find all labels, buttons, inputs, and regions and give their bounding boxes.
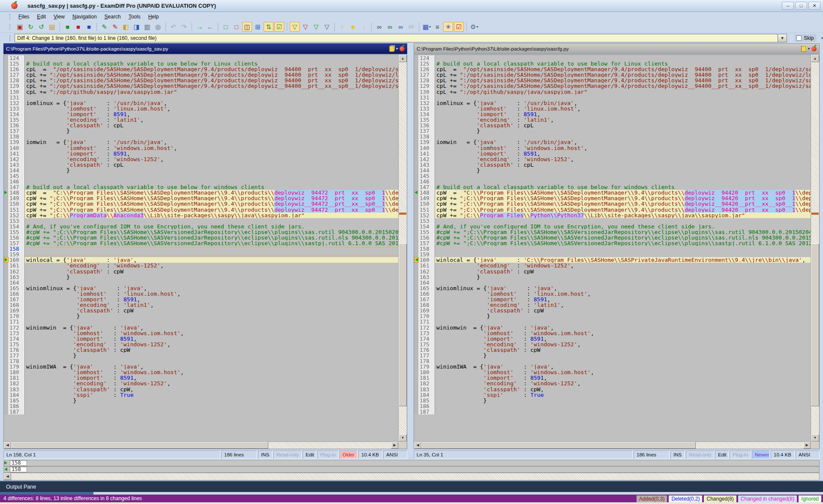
code-line-163[interactable]: 163 } xyxy=(414,274,811,280)
code-line-158[interactable]: 158 xyxy=(4,246,398,252)
code-line-163[interactable]: 163 } xyxy=(4,274,398,280)
code-line-172[interactable]: 172winiomwin = {'java' : 'java', xyxy=(414,325,811,330)
print-preview-icon[interactable]: ◎ xyxy=(153,22,163,32)
code-line-173[interactable]: 173 'iomhost' : 'windows.iom.host', xyxy=(414,330,811,336)
options-gear-icon[interactable]: ⚙▾ xyxy=(469,22,479,32)
code-line-149[interactable]: 149cpW += ";C:\\Program Files\\SASHome\\… xyxy=(4,195,398,201)
scroll-right-icon[interactable]: ▶ xyxy=(803,442,811,449)
code-line-164[interactable]: 164 xyxy=(4,280,398,285)
code-line-146[interactable]: 146 xyxy=(414,179,811,184)
code-line-170[interactable]: 170 } xyxy=(414,313,811,319)
code-line-129[interactable]: 129cpL += ":/opt/sasinside/SASHome/SASDe… xyxy=(414,83,811,89)
edit-second-icon[interactable]: ✎ xyxy=(110,22,120,32)
code-line-133[interactable]: 133 'iomhost' : 'linux.iom.host', xyxy=(4,106,398,111)
vertical-scrollbar[interactable]: ▲ ▼ xyxy=(811,55,819,441)
print-icon[interactable]: ▥ xyxy=(142,22,152,32)
sync-views-icon[interactable]: ✳ xyxy=(443,22,453,32)
code-line-147[interactable]: 147# build out a local classpath variabl… xyxy=(4,184,398,190)
code-line-165[interactable]: 165winiomlinux = {'java' : 'java', xyxy=(414,285,811,291)
code-line-172[interactable]: 172winiomwin = {'java' : 'java', xyxy=(4,325,398,330)
menu-view[interactable]: View xyxy=(50,13,69,21)
show-diffs-only-icon[interactable]: ☑ xyxy=(274,22,284,32)
code-line-168[interactable]: 168 'encoding' : 'latin1', xyxy=(414,302,811,308)
vertical-scroll-thumb[interactable] xyxy=(811,243,819,406)
code-line-183[interactable]: 183 'classpath' : cpW, xyxy=(414,387,811,392)
code-line-145[interactable]: 145 xyxy=(4,173,398,179)
code-line-155[interactable]: 155#cpW += ";C:\\Program Files\\SASHome\… xyxy=(414,229,811,235)
menu-navigation[interactable]: Navigation xyxy=(69,13,101,21)
save-first-icon[interactable]: ■ xyxy=(63,22,72,32)
code-line-169[interactable]: 169 'classpath' : cpW xyxy=(4,308,398,313)
code-line-171[interactable]: 171 xyxy=(4,319,398,324)
code-line-142[interactable]: 142 'encoding' : 'windows-1252', xyxy=(4,156,398,162)
code-line-181[interactable]: 181 'iomport' : 8591, xyxy=(414,375,811,381)
save-second-icon[interactable]: ■ xyxy=(73,22,83,32)
code-line-154[interactable]: 154# And, if you've configured IOM to us… xyxy=(4,224,398,229)
code-line-140[interactable]: 140 'iomhost' : 'windows.iom.host', xyxy=(414,145,811,151)
code-line-137[interactable]: 137 } xyxy=(4,128,398,134)
code-line-127[interactable]: 127cpL += ":/opt/sasinside/SASHome/SASDe… xyxy=(414,72,811,78)
code-line-130[interactable]: 130cpL += ":/opt/github/saspy/java/saspy… xyxy=(4,89,398,95)
split-view-icon[interactable]: ◫ xyxy=(242,22,252,32)
code-line-152[interactable]: 152cpW += ";C:\\Program Files\\Python\\P… xyxy=(414,213,811,218)
second-file-header[interactable]: C:\Program Files\Python\Python37\Lib\sit… xyxy=(414,43,820,54)
output-pane-header[interactable]: Output Pane xyxy=(0,480,823,492)
scroll-up-icon[interactable]: ▲ xyxy=(811,55,819,62)
code-line-159[interactable]: 159 xyxy=(4,252,398,257)
code-line-133[interactable]: 133 'iomhost' : 'linux.iom.host', xyxy=(414,106,811,111)
horizontal-scroll-thumb[interactable] xyxy=(11,442,268,449)
toolbar-overflow-icon[interactable]: ▾ xyxy=(821,36,823,40)
code-line-150[interactable]: 150cpW += ";C:\\Program Files\\SASHome\\… xyxy=(414,201,811,207)
code-line-130[interactable]: 130cpL += ":/opt/github/saspy/java/saspy… xyxy=(414,89,811,95)
code-line-186[interactable]: 186 xyxy=(414,403,811,409)
code-line-181[interactable]: 181 'iomport' : 8591, xyxy=(4,375,398,381)
code-line-184[interactable]: 184 'sspi' : True xyxy=(4,392,398,398)
code-line-134[interactable]: 134 'iomport' : 8591, xyxy=(414,111,811,117)
code-line-128[interactable]: 128cpL += ":/opt/sasinside/SASHome/SASDe… xyxy=(4,78,398,83)
code-line-135[interactable]: 135 'encoding' : 'latin1', xyxy=(414,117,811,123)
code-line-169[interactable]: 169 'classpath' : cpW xyxy=(414,308,811,313)
scroll-left-icon[interactable]: ◀ xyxy=(414,442,421,449)
first-file-code[interactable]: 124125# build out a local classpath vari… xyxy=(4,55,398,415)
code-line-126[interactable]: 126cpL = "/opt/sasinside/SASHome/SASDepl… xyxy=(4,66,398,72)
code-line-141[interactable]: 141 'iomport' : 8591, xyxy=(414,151,811,156)
code-line-136[interactable]: 136 'classpath' : cpL xyxy=(4,123,398,128)
code-line-187[interactable]: 187 xyxy=(4,409,398,414)
current-diff-icon[interactable]: ■ xyxy=(348,22,358,32)
copy-block-right-icon[interactable]: ◨ xyxy=(132,22,141,32)
first-file-header[interactable]: C:\Program Files\Python\Python37\Lib\sit… xyxy=(3,43,407,54)
code-line-139[interactable]: 139iomwin = {'java' : '/usr/bin/java', xyxy=(414,139,811,145)
code-line-135[interactable]: 135 'encoding' : 'latin1', xyxy=(4,117,398,123)
code-line-144[interactable]: 144 } xyxy=(414,168,811,173)
diff-options-icon[interactable]: ▦▾ xyxy=(422,22,432,32)
code-line-175[interactable]: 175 'encoding' : 'windows-1252', xyxy=(414,342,811,347)
code-line-138[interactable]: 138 xyxy=(414,134,811,139)
code-line-180[interactable]: 180 'iomhost' : 'windows.iom.host', xyxy=(4,369,398,375)
first-file-pane[interactable]: 124125# build out a local classpath vari… xyxy=(3,54,407,449)
header-dropdown-icon[interactable]: ▾ xyxy=(396,47,398,51)
show-first-only-icon[interactable]: □ xyxy=(221,22,231,32)
code-line-161[interactable]: 161 'encoding' : 'windows-1252', xyxy=(4,263,398,268)
code-line-160[interactable]: 160winlocal = {'java' : 'java', xyxy=(4,257,398,263)
vertical-scrollbar[interactable]: ▲ ▼ xyxy=(398,55,407,441)
scroll-up-icon[interactable]: ▲ xyxy=(399,55,407,62)
code-line-167[interactable]: 167 'iomport' : 8591, xyxy=(414,297,811,302)
prev-change-icon[interactable]: ← xyxy=(205,22,215,32)
code-line-134[interactable]: 134 'iomport' : 8591, xyxy=(4,111,398,117)
find-prev-icon[interactable]: ∞ xyxy=(396,22,405,32)
code-line-127[interactable]: 127cpL += ":/opt/sasinside/SASHome/SASDe… xyxy=(4,72,398,78)
scroll-left-icon[interactable]: ◀ xyxy=(4,473,11,480)
code-line-186[interactable]: 186 xyxy=(4,403,398,409)
code-line-178[interactable]: 178 xyxy=(414,358,811,364)
code-line-142[interactable]: 142 'encoding' : 'windows-1252', xyxy=(414,156,811,162)
code-line-153[interactable]: 153 xyxy=(4,218,398,224)
code-line-150[interactable]: 150cpW += ";C:\\Program Files\\SASHome\\… xyxy=(4,201,398,207)
code-line-148[interactable]: 148cpW = "C:\\Program Files\\SASHome\\SA… xyxy=(4,190,398,195)
code-line-173[interactable]: 173 'iomhost' : 'windows.iom.host', xyxy=(4,330,398,336)
code-line-167[interactable]: 167 'iomport' : 8591, xyxy=(4,297,398,302)
code-line-179[interactable]: 179winiomIWA = {'java' : 'java', xyxy=(414,364,811,369)
second-file-code[interactable]: 124125# build out a local classpath vari… xyxy=(414,55,811,415)
code-line-157[interactable]: 157#cpW += ";C:\\Program Files\\SASHome\… xyxy=(4,240,398,246)
menu-edit[interactable]: Edit xyxy=(33,13,50,21)
scroll-right-icon[interactable]: ▶ xyxy=(391,442,398,449)
